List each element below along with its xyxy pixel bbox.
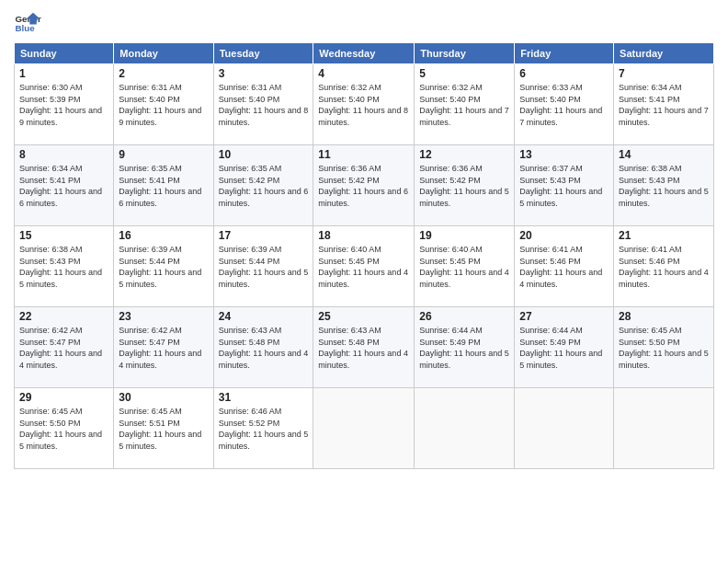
day-info: Sunrise: 6:35 AMSunset: 5:41 PMDaylight:… (119, 164, 201, 208)
day-info: Sunrise: 6:34 AMSunset: 5:41 PMDaylight:… (619, 83, 709, 127)
day-number: 8 (19, 148, 108, 161)
day-number: 2 (119, 67, 208, 80)
day-info: Sunrise: 6:45 AMSunset: 5:50 PMDaylight:… (19, 407, 102, 451)
day-cell-7: 7 Sunrise: 6:34 AMSunset: 5:41 PMDayligh… (614, 64, 714, 145)
day-cell-14: 14 Sunrise: 6:38 AMSunset: 5:43 PMDaylig… (614, 145, 714, 226)
week-row-5: 29 Sunrise: 6:45 AMSunset: 5:50 PMDaylig… (15, 388, 714, 469)
day-info: Sunrise: 6:43 AMSunset: 5:48 PMDaylight:… (318, 326, 408, 370)
day-number: 26 (419, 310, 509, 323)
day-info: Sunrise: 6:40 AMSunset: 5:45 PMDaylight:… (419, 245, 509, 289)
day-cell-27: 27 Sunrise: 6:44 AMSunset: 5:49 PMDaylig… (515, 307, 614, 388)
logo: General Blue (14, 9, 41, 37)
day-cell-21: 21 Sunrise: 6:41 AMSunset: 5:46 PMDaylig… (614, 226, 714, 307)
week-row-4: 22 Sunrise: 6:42 AMSunset: 5:47 PMDaylig… (15, 307, 714, 388)
week-row-2: 8 Sunrise: 6:34 AMSunset: 5:41 PMDayligh… (15, 145, 714, 226)
day-number: 7 (619, 67, 709, 80)
day-cell-3: 3 Sunrise: 6:31 AMSunset: 5:40 PMDayligh… (213, 64, 313, 145)
day-info: Sunrise: 6:46 AMSunset: 5:52 PMDaylight:… (219, 407, 309, 451)
day-cell-23: 23 Sunrise: 6:42 AMSunset: 5:47 PMDaylig… (114, 307, 213, 388)
day-number: 13 (519, 148, 609, 161)
day-number: 22 (19, 310, 108, 323)
day-info: Sunrise: 6:38 AMSunset: 5:43 PMDaylight:… (19, 245, 102, 289)
logo-icon: General Blue (14, 9, 41, 37)
day-number: 18 (318, 229, 409, 242)
day-cell-16: 16 Sunrise: 6:39 AMSunset: 5:44 PMDaylig… (114, 226, 213, 307)
day-cell-17: 17 Sunrise: 6:39 AMSunset: 5:44 PMDaylig… (213, 226, 313, 307)
day-info: Sunrise: 6:30 AMSunset: 5:39 PMDaylight:… (19, 83, 102, 127)
col-header-friday: Friday (515, 43, 614, 64)
day-cell-25: 25 Sunrise: 6:43 AMSunset: 5:48 PMDaylig… (313, 307, 415, 388)
day-number: 19 (419, 229, 509, 242)
day-number: 30 (119, 391, 208, 404)
col-header-saturday: Saturday (614, 43, 714, 64)
day-number: 25 (318, 310, 409, 323)
day-info: Sunrise: 6:39 AMSunset: 5:44 PMDaylight:… (119, 245, 201, 289)
day-number: 24 (219, 310, 309, 323)
day-number: 27 (519, 310, 609, 323)
day-info: Sunrise: 6:31 AMSunset: 5:40 PMDaylight:… (119, 83, 201, 127)
svg-text:Blue: Blue (16, 23, 36, 33)
col-header-thursday: Thursday (415, 43, 515, 64)
day-cell-13: 13 Sunrise: 6:37 AMSunset: 5:43 PMDaylig… (515, 145, 614, 226)
calendar-container: General Blue SundayMondayTuesdayWednesda… (0, 0, 728, 563)
day-cell-2: 2 Sunrise: 6:31 AMSunset: 5:40 PMDayligh… (114, 64, 213, 145)
day-number: 20 (519, 229, 609, 242)
day-info: Sunrise: 6:42 AMSunset: 5:47 PMDaylight:… (119, 326, 201, 370)
day-info: Sunrise: 6:40 AMSunset: 5:45 PMDaylight:… (318, 245, 408, 289)
day-cell-20: 20 Sunrise: 6:41 AMSunset: 5:46 PMDaylig… (515, 226, 614, 307)
day-cell-30: 30 Sunrise: 6:45 AMSunset: 5:51 PMDaylig… (114, 388, 213, 469)
empty-cell (614, 388, 714, 469)
day-cell-26: 26 Sunrise: 6:44 AMSunset: 5:49 PMDaylig… (415, 307, 515, 388)
empty-cell (313, 388, 415, 469)
col-header-monday: Monday (114, 43, 213, 64)
day-info: Sunrise: 6:44 AMSunset: 5:49 PMDaylight:… (519, 326, 602, 370)
day-cell-24: 24 Sunrise: 6:43 AMSunset: 5:48 PMDaylig… (213, 307, 313, 388)
day-number: 10 (219, 148, 309, 161)
day-info: Sunrise: 6:36 AMSunset: 5:42 PMDaylight:… (419, 164, 509, 208)
day-cell-12: 12 Sunrise: 6:36 AMSunset: 5:42 PMDaylig… (415, 145, 515, 226)
col-header-wednesday: Wednesday (313, 43, 415, 64)
day-info: Sunrise: 6:33 AMSunset: 5:40 PMDaylight:… (519, 83, 602, 127)
day-info: Sunrise: 6:45 AMSunset: 5:50 PMDaylight:… (619, 326, 709, 370)
day-cell-29: 29 Sunrise: 6:45 AMSunset: 5:50 PMDaylig… (15, 388, 114, 469)
day-number: 21 (619, 229, 709, 242)
day-cell-4: 4 Sunrise: 6:32 AMSunset: 5:40 PMDayligh… (313, 64, 415, 145)
day-number: 31 (219, 391, 309, 404)
day-number: 4 (318, 67, 409, 80)
day-number: 12 (419, 148, 509, 161)
day-number: 6 (519, 67, 609, 80)
day-number: 5 (419, 67, 509, 80)
day-info: Sunrise: 6:43 AMSunset: 5:48 PMDaylight:… (219, 326, 309, 370)
day-info: Sunrise: 6:44 AMSunset: 5:49 PMDaylight:… (419, 326, 509, 370)
empty-cell (515, 388, 614, 469)
day-number: 28 (619, 310, 709, 323)
day-number: 1 (19, 67, 108, 80)
day-cell-10: 10 Sunrise: 6:35 AMSunset: 5:42 PMDaylig… (213, 145, 313, 226)
day-number: 3 (219, 67, 309, 80)
day-cell-8: 8 Sunrise: 6:34 AMSunset: 5:41 PMDayligh… (15, 145, 114, 226)
day-info: Sunrise: 6:37 AMSunset: 5:43 PMDaylight:… (519, 164, 602, 208)
empty-cell (415, 388, 515, 469)
col-header-sunday: Sunday (15, 43, 114, 64)
day-cell-9: 9 Sunrise: 6:35 AMSunset: 5:41 PMDayligh… (114, 145, 213, 226)
day-number: 23 (119, 310, 208, 323)
day-info: Sunrise: 6:39 AMSunset: 5:44 PMDaylight:… (219, 245, 309, 289)
day-cell-15: 15 Sunrise: 6:38 AMSunset: 5:43 PMDaylig… (15, 226, 114, 307)
day-info: Sunrise: 6:41 AMSunset: 5:46 PMDaylight:… (519, 245, 602, 289)
day-number: 16 (119, 229, 208, 242)
day-number: 15 (19, 229, 108, 242)
col-header-tuesday: Tuesday (213, 43, 313, 64)
day-number: 9 (119, 148, 208, 161)
day-cell-18: 18 Sunrise: 6:40 AMSunset: 5:45 PMDaylig… (313, 226, 415, 307)
day-info: Sunrise: 6:36 AMSunset: 5:42 PMDaylight:… (318, 164, 408, 208)
calendar-table: SundayMondayTuesdayWednesdayThursdayFrid… (14, 42, 714, 469)
day-number: 17 (219, 229, 309, 242)
week-row-1: 1 Sunrise: 6:30 AMSunset: 5:39 PMDayligh… (15, 64, 714, 145)
day-info: Sunrise: 6:42 AMSunset: 5:47 PMDaylight:… (19, 326, 102, 370)
day-info: Sunrise: 6:34 AMSunset: 5:41 PMDaylight:… (19, 164, 102, 208)
day-number: 29 (19, 391, 108, 404)
day-cell-19: 19 Sunrise: 6:40 AMSunset: 5:45 PMDaylig… (415, 226, 515, 307)
day-cell-22: 22 Sunrise: 6:42 AMSunset: 5:47 PMDaylig… (15, 307, 114, 388)
header: General Blue (14, 9, 714, 37)
day-number: 11 (318, 148, 409, 161)
